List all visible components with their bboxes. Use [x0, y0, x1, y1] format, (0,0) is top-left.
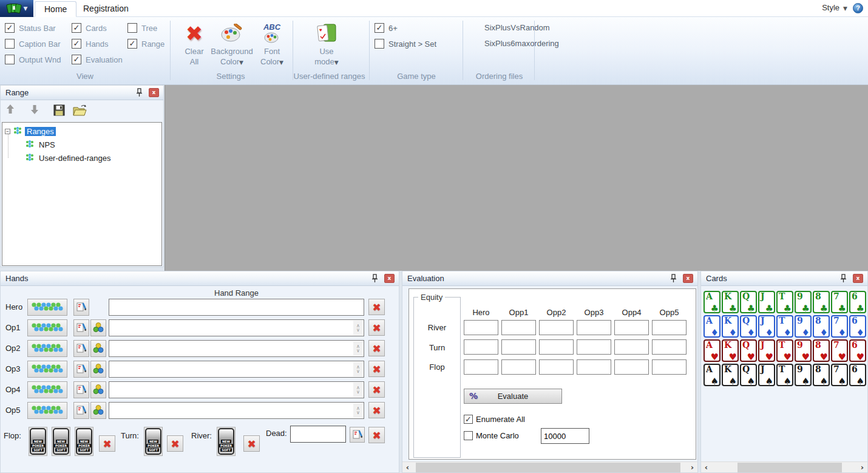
- checkbox-box[interactable]: [375, 39, 384, 49]
- move-up-button[interactable]: [5, 104, 15, 117]
- tab-home[interactable]: Home: [35, 1, 76, 17]
- range-select-button[interactable]: [27, 381, 67, 398]
- dead-card-picker-button[interactable]: [350, 427, 365, 443]
- spin-down-icon[interactable]: ∨: [356, 410, 360, 415]
- scroll-right-icon[interactable]: ›: [687, 462, 697, 473]
- clear-dead-button[interactable]: ✖: [368, 427, 385, 443]
- cards-scrollbar[interactable]: ‹ ›: [701, 461, 867, 472]
- tree-node-label[interactable]: Ranges: [25, 127, 56, 136]
- hand-range-input[interactable]: [109, 361, 364, 377]
- ordering-file-sixplusvsrandom[interactable]: SixPlusVsRandom: [484, 23, 550, 32]
- close-icon[interactable]: x: [149, 88, 159, 97]
- help-icon[interactable]: ?: [853, 3, 863, 13]
- spinner-control[interactable]: ∧∨: [353, 341, 363, 356]
- close-icon[interactable]: x: [683, 274, 693, 283]
- clear-row-button[interactable]: ✖: [368, 340, 385, 356]
- equity-cell-input[interactable]: [464, 339, 498, 355]
- card-7-spades[interactable]: 7♠: [831, 364, 848, 386]
- checkbox-tree[interactable]: Tree: [127, 22, 157, 34]
- card-k-clubs[interactable]: K♣: [722, 291, 739, 313]
- checkbox-box[interactable]: ✓: [127, 39, 137, 49]
- close-icon[interactable]: x: [384, 274, 395, 283]
- clear-row-button[interactable]: ✖: [368, 402, 385, 418]
- range-select-button[interactable]: [27, 299, 67, 316]
- tab-registration[interactable]: Registration: [74, 1, 138, 17]
- equity-cell-input[interactable]: [577, 359, 611, 375]
- hand-range-input[interactable]: [109, 403, 364, 418]
- checkbox-box[interactable]: ✓: [72, 23, 81, 33]
- hand-range-input[interactable]: [109, 382, 364, 398]
- spin-down-icon[interactable]: ∨: [356, 328, 360, 332]
- move-down-button[interactable]: [30, 104, 39, 117]
- flop-card-button[interactable]: NEWPOKERSOFT: [29, 427, 47, 456]
- enumerate-all-checkbox[interactable]: ✓ Enumerate All: [464, 415, 525, 424]
- monte-carlo-iterations-input[interactable]: [541, 428, 589, 444]
- tree-node-label[interactable]: NPS: [37, 140, 57, 149]
- checkbox-6[interactable]: ✓6+: [375, 22, 398, 34]
- hand-range-input[interactable]: [109, 320, 364, 336]
- equity-cell-input[interactable]: [539, 339, 574, 355]
- card-9-spades[interactable]: 9♠: [795, 364, 812, 386]
- open-folder-icon[interactable]: [72, 104, 88, 118]
- card-a-spades[interactable]: A♠: [704, 364, 721, 386]
- card-9-clubs[interactable]: 9♣: [795, 291, 812, 313]
- card-7-diamonds[interactable]: 7♦: [831, 315, 848, 338]
- equity-cell-input[interactable]: [614, 320, 649, 335]
- equity-cell-input[interactable]: [652, 320, 687, 335]
- equity-cell-input[interactable]: [539, 359, 574, 375]
- evaluation-scrollbar[interactable]: ‹ ›: [402, 461, 697, 472]
- background-color-button[interactable]: Background Color▼: [208, 21, 256, 68]
- equity-cell-input[interactable]: [501, 339, 536, 355]
- checkbox-output-wnd[interactable]: Output Wnd: [5, 53, 61, 66]
- save-icon[interactable]: [53, 104, 66, 118]
- spin-down-icon[interactable]: ∨: [356, 349, 360, 353]
- clear-flop-button[interactable]: ✖: [99, 435, 115, 452]
- turn-card-button[interactable]: NEWPOKERSOFT: [144, 427, 163, 456]
- evaluate-button[interactable]: % Evaluate: [464, 389, 562, 404]
- dead-cards-input[interactable]: [290, 426, 346, 443]
- card-7-clubs[interactable]: 7♣: [831, 291, 848, 313]
- equity-cell-input[interactable]: [614, 359, 649, 375]
- scrollbar-thumb[interactable]: [737, 463, 842, 472]
- equity-cell-input[interactable]: [652, 359, 687, 375]
- card-8-clubs[interactable]: 8♣: [813, 291, 830, 313]
- scrollbar-thumb[interactable]: [416, 463, 680, 472]
- card-j-clubs[interactable]: J♣: [758, 291, 775, 313]
- clear-row-button[interactable]: ✖: [368, 319, 385, 336]
- card-j-hearts[interactable]: J♥: [758, 339, 775, 362]
- river-card-button[interactable]: NEWPOKERSOFT: [217, 427, 236, 456]
- tree-node-ranges[interactable]: − Ranges: [5, 126, 56, 137]
- card-a-diamonds[interactable]: A♦: [704, 315, 721, 338]
- style-dropdown[interactable]: Style▼: [822, 3, 847, 12]
- weight-button[interactable]: [90, 340, 106, 357]
- clear-turn-button[interactable]: ✖: [167, 435, 183, 452]
- checkbox-caption-bar[interactable]: Caption Bar: [5, 38, 61, 50]
- card-picker-button[interactable]: [73, 319, 89, 336]
- checkbox-status-bar[interactable]: ✓Status Bar: [5, 22, 56, 34]
- scroll-left-icon[interactable]: ‹: [402, 462, 413, 473]
- tree-node-label[interactable]: User-defined-ranges: [37, 154, 113, 163]
- card-picker-button[interactable]: [73, 381, 89, 398]
- card-k-spades[interactable]: K♠: [722, 364, 739, 386]
- checkbox-cards[interactable]: ✓Cards: [72, 22, 107, 34]
- card-7-hearts[interactable]: 7♥: [831, 339, 848, 362]
- use-mode-button[interactable]: ♥ Use mode▼: [305, 21, 348, 68]
- equity-cell-input[interactable]: [577, 320, 611, 335]
- card-9-hearts[interactable]: 9♥: [795, 339, 812, 362]
- card-q-hearts[interactable]: Q♥: [740, 339, 757, 362]
- spin-down-icon[interactable]: ∨: [356, 390, 360, 394]
- card-q-clubs[interactable]: Q♣: [740, 291, 757, 313]
- checkbox-box[interactable]: ✓: [72, 39, 81, 49]
- equity-cell-input[interactable]: [577, 339, 611, 355]
- pin-icon[interactable]: [370, 274, 379, 284]
- hand-range-input[interactable]: [109, 299, 364, 315]
- app-menu-button[interactable]: ▼: [0, 0, 33, 17]
- card-a-hearts[interactable]: A♥: [704, 339, 721, 362]
- card-k-hearts[interactable]: K♥: [722, 339, 739, 362]
- weight-button[interactable]: [90, 381, 106, 398]
- checkbox-box[interactable]: ✓: [5, 23, 15, 33]
- checkbox-box[interactable]: ✓: [375, 23, 384, 33]
- pin-icon[interactable]: [838, 274, 848, 284]
- checkbox-box[interactable]: ✓: [72, 55, 81, 64]
- card-6-clubs[interactable]: 6♣: [849, 291, 866, 313]
